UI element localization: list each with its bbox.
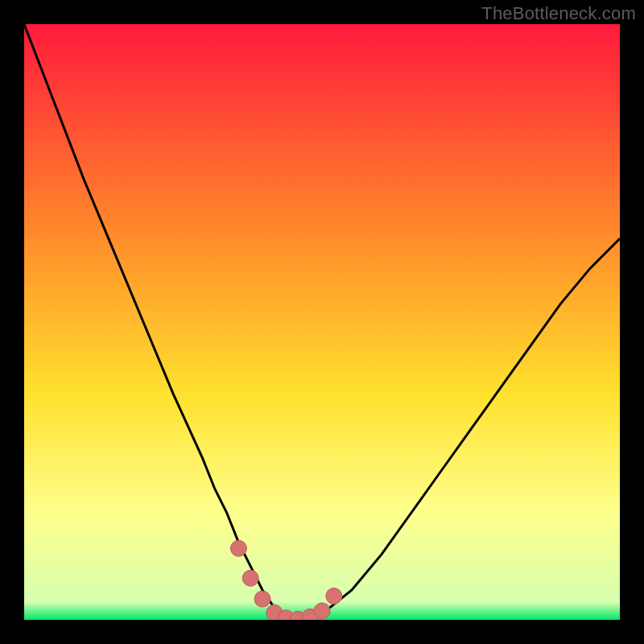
chart-svg <box>24 24 620 620</box>
watermark-text: TheBottleneck.com <box>481 3 636 24</box>
marker-point <box>314 603 330 619</box>
marker-point <box>230 540 246 556</box>
gradient-background <box>24 24 620 620</box>
plot-area <box>24 24 620 620</box>
marker-point <box>254 591 270 607</box>
marker-point <box>242 570 258 586</box>
chart-container: TheBottleneck.com <box>0 0 644 644</box>
marker-point <box>326 588 342 604</box>
